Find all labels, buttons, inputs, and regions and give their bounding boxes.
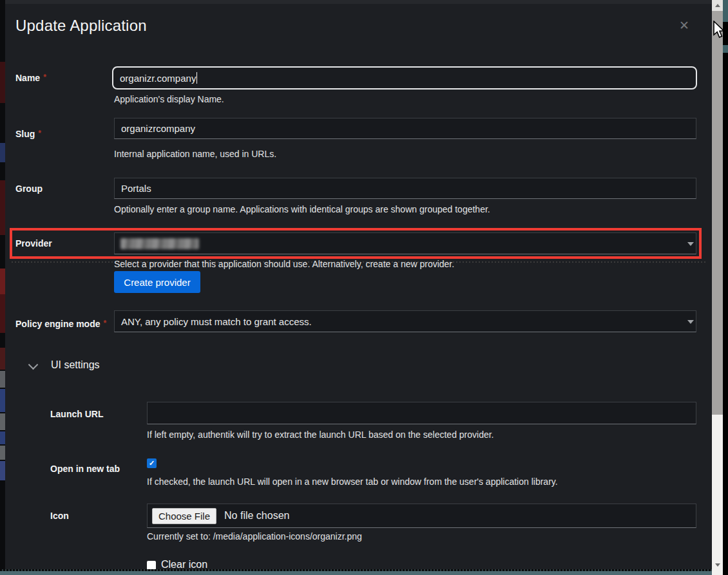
modal-title: Update Application: [15, 17, 147, 35]
open-in-new-tab-label: Open in new tab: [50, 464, 120, 474]
clear-icon-checkbox[interactable]: [147, 561, 156, 570]
check-icon: ✓: [149, 459, 155, 467]
name-input-value: organizr.company: [120, 73, 196, 84]
group-help: Optionally enter a group name. Applicati…: [114, 204, 490, 214]
icon-label: Icon: [50, 511, 69, 521]
annotation-highlight-box: [10, 228, 702, 259]
launch-url-input[interactable]: [147, 402, 696, 424]
name-help: Application's display Name.: [114, 94, 224, 104]
slug-input[interactable]: organizrcompany: [114, 118, 696, 139]
open-in-new-tab-checkbox[interactable]: ✓: [147, 458, 157, 468]
file-status-text: No file chosen: [224, 510, 289, 522]
scrollbar-up-button[interactable]: [712, 0, 723, 11]
icon-file-input[interactable]: Choose File No file chosen: [147, 504, 696, 528]
scrollbar-thumb[interactable]: [712, 11, 723, 415]
policy-select-value: ANY, any policy must match to grant acce…: [121, 316, 312, 327]
name-label-text: Name: [15, 73, 40, 83]
group-label: Group: [15, 184, 43, 194]
icon-help: Currently set to: /media/application-ico…: [147, 531, 362, 542]
slug-label: Slug*: [15, 129, 41, 139]
backdrop-left-sliver: [0, 0, 5, 575]
policy-required-mark: *: [103, 319, 106, 328]
arrow-up-icon: [715, 4, 720, 7]
ui-settings-section-toggle[interactable]: UI settings: [51, 359, 100, 371]
slug-input-value: organizrcompany: [121, 123, 195, 134]
window-bottom-bar: [0, 571, 723, 575]
arrow-down-icon: [715, 563, 720, 567]
text-cursor: [196, 72, 197, 84]
group-input-value: Portals: [121, 183, 151, 194]
provider-help: Select a provider that this application …: [114, 259, 454, 269]
policy-label-text: Policy engine mode: [15, 319, 100, 329]
scrollbar-down-button[interactable]: [712, 560, 723, 570]
launch-url-help: If left empty, authentik will try to ext…: [147, 429, 494, 440]
open-in-new-tab-help: If checked, the launch URL will open in …: [147, 476, 558, 487]
create-provider-button[interactable]: Create provider: [114, 271, 200, 293]
policy-engine-mode-label: Policy engine mode*: [15, 319, 106, 329]
screenshot-root: Update Application ✕ Name* organizr.comp…: [0, 0, 728, 575]
slug-required-mark: *: [38, 129, 41, 138]
slug-label-text: Slug: [15, 129, 35, 139]
vertical-scrollbar[interactable]: [712, 0, 723, 575]
chevron-down-icon: [687, 320, 694, 324]
chevron-down-icon[interactable]: [28, 360, 39, 370]
launch-url-label: Launch URL: [50, 409, 103, 419]
close-icon[interactable]: ✕: [679, 19, 689, 32]
screen-right-edge: [723, 0, 728, 575]
group-input[interactable]: Portals: [114, 178, 696, 199]
slug-help: Internal application name, used in URLs.: [114, 149, 276, 159]
policy-engine-mode-select[interactable]: ANY, any policy must match to grant acce…: [114, 310, 696, 332]
mouse-cursor-icon: [713, 21, 725, 42]
choose-file-button[interactable]: Choose File: [152, 508, 216, 524]
name-input[interactable]: organizr.company: [112, 66, 697, 90]
name-label: Name*: [15, 73, 46, 83]
update-application-modal: Update Application ✕ Name* organizr.comp…: [5, 4, 712, 569]
name-required-mark: *: [43, 73, 46, 82]
